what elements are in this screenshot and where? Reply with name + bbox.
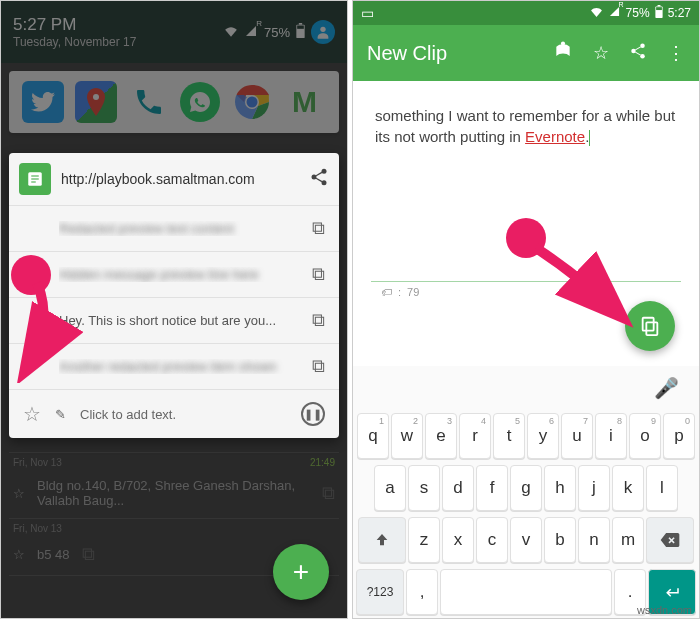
star-icon[interactable]: ☆ <box>593 42 609 64</box>
clip-panel: http://playbook.samaltman.com Redacted p… <box>9 153 339 438</box>
wifi-icon <box>590 6 603 20</box>
suggestion-bar: 🎤 <box>353 366 699 410</box>
key-r[interactable]: r4 <box>459 413 491 459</box>
svg-line-25 <box>635 46 640 49</box>
key-n[interactable]: n <box>578 517 610 563</box>
page-title: New Clip <box>367 42 533 65</box>
copy-icon[interactable]: ⧉ <box>312 264 325 285</box>
left-phone: 5:27 PM Tuesday, November 17 R 75% <box>0 0 348 619</box>
pencil-icon: ✎ <box>55 407 66 422</box>
signal-icon: R <box>608 6 621 20</box>
clip-item[interactable]: Redacted preview text content⧉ <box>9 205 339 251</box>
space-key[interactable] <box>440 569 612 615</box>
key-x[interactable]: x <box>442 517 474 563</box>
svg-rect-27 <box>646 322 657 335</box>
mic-icon[interactable]: 🎤 <box>654 376 679 400</box>
fab-copy[interactable] <box>625 301 675 351</box>
key-p[interactable]: p0 <box>663 413 695 459</box>
key-c[interactable]: c <box>476 517 508 563</box>
copy-icon[interactable]: ⧉ <box>312 356 325 377</box>
tag-icon: 🏷 <box>381 286 392 298</box>
battery-icon <box>655 5 663 21</box>
key-i[interactable]: i8 <box>595 413 627 459</box>
svg-point-12 <box>322 168 327 173</box>
key-z[interactable]: z <box>408 517 440 563</box>
svg-point-21 <box>561 41 565 45</box>
key-e[interactable]: e3 <box>425 413 457 459</box>
clip-item[interactable]: Hidden message preview line here⧉ <box>9 251 339 297</box>
reader-icon[interactable] <box>553 41 573 66</box>
toolbar: New Clip ☆ ⋮ <box>353 25 699 81</box>
add-text-label[interactable]: Click to add text. <box>80 407 176 422</box>
key-m[interactable]: m <box>612 517 644 563</box>
key-f[interactable]: f <box>476 465 508 511</box>
clip-item[interactable]: Another redacted preview item shown⧉ <box>9 343 339 389</box>
copy-icon[interactable]: ⧉ <box>312 310 325 331</box>
svg-line-16 <box>316 178 322 181</box>
key-o[interactable]: o9 <box>629 413 661 459</box>
key-l[interactable]: l <box>646 465 678 511</box>
key-j[interactable]: j <box>578 465 610 511</box>
overflow-icon[interactable]: ⋮ <box>667 42 685 64</box>
key-d[interactable]: d <box>442 465 474 511</box>
svg-point-22 <box>640 43 645 48</box>
copy-icon[interactable]: ⧉ <box>312 218 325 239</box>
share-icon[interactable] <box>629 42 647 65</box>
status-bar: ▭ R 75% 5:27 <box>353 1 699 25</box>
share-icon[interactable] <box>309 167 329 192</box>
battery-percent: 75% <box>626 6 650 20</box>
svg-rect-19 <box>657 5 660 6</box>
key-a[interactable]: a <box>374 465 406 511</box>
svg-rect-28 <box>643 318 654 331</box>
clip-item[interactable]: Hey. This is short notice but are you...… <box>9 297 339 343</box>
right-phone: ▭ R 75% 5:27 New Clip ☆ ⋮ something I wa… <box>352 0 700 619</box>
clip-app-icon <box>19 163 51 195</box>
note-editor[interactable]: something I want to remember for a while… <box>353 81 699 281</box>
watermark: wsxdn.com <box>637 604 692 616</box>
svg-line-26 <box>635 52 640 55</box>
key-t[interactable]: t5 <box>493 413 525 459</box>
key-u[interactable]: u7 <box>561 413 593 459</box>
key-y[interactable]: y6 <box>527 413 559 459</box>
svg-point-14 <box>322 180 327 185</box>
svg-point-13 <box>312 174 317 179</box>
svg-line-15 <box>316 172 322 175</box>
comma-key[interactable]: , <box>406 569 438 615</box>
svg-point-23 <box>631 48 636 53</box>
pause-icon[interactable]: ❚❚ <box>301 402 325 426</box>
char-count-row: 🏷 : 79 <box>353 282 699 302</box>
backspace-key[interactable] <box>646 517 694 563</box>
keyboard: 🎤 q1w2e3r4t5y6u7i8o9p0 asdfghjkl zxcvbnm… <box>353 366 699 618</box>
key-k[interactable]: k <box>612 465 644 511</box>
star-icon[interactable]: ☆ <box>23 402 41 426</box>
fab-add[interactable]: + <box>273 544 329 600</box>
svg-point-24 <box>640 54 645 59</box>
symbols-key[interactable]: ?123 <box>356 569 404 615</box>
status-time: 5:27 <box>668 6 691 20</box>
key-v[interactable]: v <box>510 517 542 563</box>
key-q[interactable]: q1 <box>357 413 389 459</box>
document-icon: ▭ <box>361 5 374 21</box>
key-b[interactable]: b <box>544 517 576 563</box>
key-g[interactable]: g <box>510 465 542 511</box>
shift-key[interactable] <box>358 517 406 563</box>
char-count: 79 <box>407 286 419 298</box>
clip-url[interactable]: http://playbook.samaltman.com <box>61 171 299 187</box>
key-s[interactable]: s <box>408 465 440 511</box>
key-h[interactable]: h <box>544 465 576 511</box>
svg-rect-20 <box>656 7 662 10</box>
key-w[interactable]: w2 <box>391 413 423 459</box>
